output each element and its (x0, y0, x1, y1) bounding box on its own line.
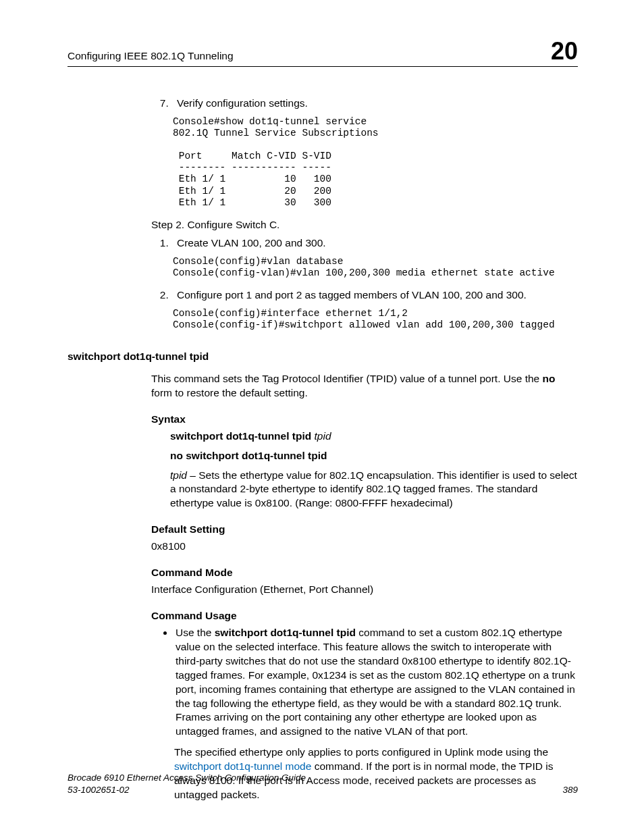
command-mode-value: Interface Configuration (Ethernet, Port … (151, 583, 578, 597)
parameter-description: tpid – Sets the ethertype value for 802.… (170, 469, 578, 511)
footer-left: Brocade 6910 Ethernet Access Switch Conf… (68, 772, 306, 796)
console-output: Console(config)#vlan database Console(co… (72, 256, 578, 279)
list-item: Create VLAN 100, 200 and 300. (171, 236, 578, 251)
syntax-line: switchport dot1q-tunnel tpid tpid (170, 429, 578, 444)
command-mode-heading: Command Mode (151, 566, 578, 580)
console-output: Console(config)#interface ethernet 1/1,2… (72, 308, 578, 331)
command-usage-heading: Command Usage (151, 609, 578, 623)
usage-bullet: Use the switchport dot1q-tunnel tpid com… (174, 626, 578, 739)
list-item: Configure port 1 and port 2 as tagged me… (171, 288, 578, 303)
step-heading: Step 2. Configure Switch C. (151, 218, 578, 232)
list-item: Verify configuration settings. (171, 97, 578, 111)
running-header-left: Configuring IEEE 802.1Q Tunneling (68, 49, 234, 63)
command-description: This command sets the Tag Protocol Ident… (151, 372, 578, 400)
page-number: 389 (562, 784, 578, 796)
chapter-number: 20 (551, 39, 578, 63)
default-setting-heading: Default Setting (151, 523, 578, 537)
default-setting-value: 0x8100 (151, 540, 578, 554)
console-output: Console#show dot1q-tunnel service 802.1Q… (72, 116, 578, 209)
command-name: switchport dot1q-tunnel tpid (68, 350, 578, 364)
syntax-heading: Syntax (151, 413, 578, 427)
cross-reference-link[interactable]: switchport dot1q-tunnel mode (174, 760, 311, 772)
syntax-line: no switchport dot1q-tunnel tpid (170, 449, 578, 463)
header-rule (68, 66, 578, 67)
